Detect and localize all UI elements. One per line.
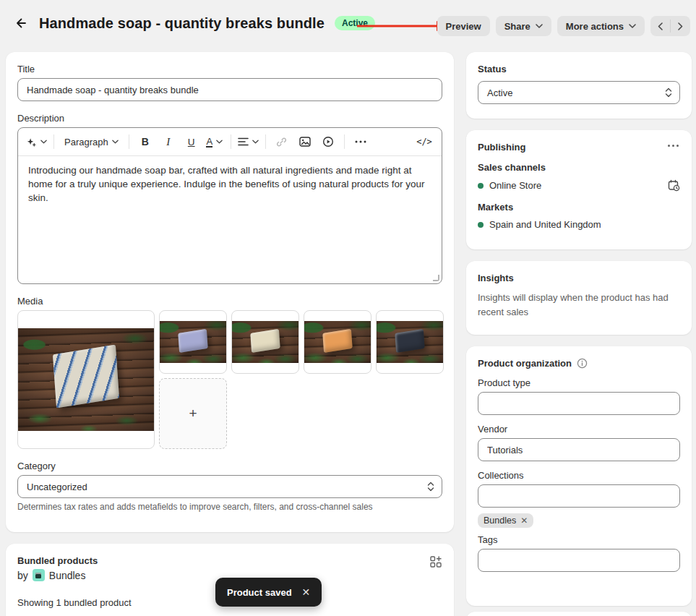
insert-video-button[interactable] — [317, 132, 340, 152]
status-value: Active — [487, 87, 665, 98]
soap-bar — [53, 345, 119, 408]
product-detail-page: Handmade soap - quantity breaks bundle A… — [0, 0, 696, 616]
editor-toolbar: Paragraph B I U A — [18, 128, 442, 156]
apps-grid-icon — [429, 555, 442, 568]
category-helper-text: Determines tax rates and adds metafields… — [17, 502, 442, 512]
next-product-button[interactable] — [671, 16, 690, 36]
italic-button[interactable]: I — [157, 132, 180, 152]
insert-link-button[interactable] — [270, 132, 293, 152]
product-organization-card: Product organization Product type Vendor… — [466, 346, 692, 606]
info-icon[interactable] — [577, 358, 588, 369]
media-thumbnail-5[interactable] — [376, 310, 444, 374]
chevron-down-icon — [40, 140, 47, 144]
collections-input[interactable] — [478, 484, 680, 508]
ai-magic-button[interactable] — [24, 132, 49, 152]
product-type-input[interactable] — [478, 392, 680, 415]
back-button[interactable] — [12, 14, 29, 32]
alignment-button[interactable] — [236, 132, 261, 152]
soap-photo-lavender — [160, 321, 226, 363]
italic-label: I — [166, 136, 170, 148]
remove-collection-button[interactable]: ✕ — [520, 517, 528, 524]
collection-chip-label: Bundles — [484, 516, 516, 526]
vendor-label: Vendor — [478, 424, 680, 435]
toast-notification: Product saved ✕ — [215, 578, 322, 607]
underline-button[interactable]: U — [180, 132, 203, 152]
soap-photo-charcoal — [377, 321, 443, 363]
market-name: Spain and United Kingdom — [489, 219, 601, 230]
annotation-arrow — [357, 20, 448, 32]
play-circle-icon — [322, 136, 334, 147]
collections-label: Collections — [478, 470, 680, 481]
vendor-input[interactable] — [478, 438, 680, 461]
product-details-card: Title Description Paragraph B — [6, 52, 454, 532]
link-icon — [276, 137, 287, 147]
previous-product-button[interactable] — [650, 16, 670, 36]
markets-label: Markets — [478, 202, 680, 213]
category-select[interactable]: Uncategorized — [17, 475, 442, 498]
select-chevrons-icon — [665, 87, 672, 98]
sales-channel-name: Online Store — [489, 180, 541, 191]
status-card: Status Active — [466, 52, 692, 119]
text-color-letter: A — [206, 137, 212, 147]
media-thumbnail-2[interactable] — [159, 310, 227, 374]
text-color-button[interactable]: A — [203, 132, 226, 152]
insights-body: Insights will display when the product h… — [478, 291, 682, 320]
chevron-right-icon — [678, 22, 683, 30]
plus-icon: + — [189, 406, 197, 422]
editor-resize-handle[interactable] — [18, 276, 442, 283]
product-pagination — [650, 16, 690, 36]
soap-photo-white-blue — [18, 328, 154, 431]
bundled-products-title: Bundled products — [17, 555, 442, 566]
soap-bar — [395, 329, 424, 353]
sales-channel-row: Online Store — [478, 179, 680, 192]
bundles-app-name: Bundles — [49, 570, 86, 581]
media-thumbnail-3[interactable] — [231, 310, 299, 374]
active-dot-icon — [478, 183, 484, 189]
share-button[interactable]: Share — [496, 16, 551, 36]
collection-chip: Bundles ✕ — [478, 513, 533, 528]
more-actions-button[interactable]: More actions — [557, 16, 645, 36]
status-select[interactable]: Active — [478, 81, 680, 104]
category-label: Category — [17, 461, 442, 471]
align-left-icon — [238, 137, 249, 146]
chevron-down-icon — [536, 24, 543, 28]
page-header: Handmade soap - quantity breaks bundle A… — [0, 0, 696, 46]
chevron-down-icon — [112, 140, 119, 144]
insights-card: Insights Insights will display when the … — [466, 261, 692, 335]
chevron-down-icon — [629, 24, 636, 28]
more-formatting-button[interactable] — [349, 132, 372, 152]
tags-input[interactable] — [478, 549, 680, 572]
soap-photo-cream — [232, 321, 298, 363]
soap-bar — [322, 329, 352, 353]
add-media-button[interactable]: + — [159, 378, 227, 449]
toast-close-button[interactable]: ✕ — [302, 586, 311, 598]
bold-label: B — [142, 136, 149, 147]
by-prefix: by — [17, 570, 28, 581]
description-textarea[interactable]: Introducing our handmade soap bar, craft… — [18, 156, 442, 276]
category-value: Uncategorized — [27, 482, 427, 492]
paragraph-style-dropdown[interactable]: Paragraph — [59, 132, 124, 152]
publishing-menu-button[interactable] — [665, 142, 682, 150]
description-label: Description — [17, 113, 442, 124]
page-title: Handmade soap - quantity breaks bundle — [39, 15, 325, 32]
product-type-label: Product type — [478, 377, 680, 388]
preview-button[interactable]: Preview — [437, 16, 490, 36]
bold-button[interactable]: B — [134, 132, 157, 152]
sales-channels-label: Sales channels — [478, 162, 680, 173]
media-grid: + — [17, 310, 442, 449]
chevron-down-icon — [252, 140, 259, 144]
insights-title: Insights — [478, 273, 680, 283]
insert-image-button[interactable] — [293, 132, 317, 152]
chevron-left-icon — [658, 22, 663, 30]
underline-label: U — [188, 137, 195, 147]
bundles-app-button[interactable] — [426, 552, 445, 571]
chevron-down-icon — [216, 140, 223, 144]
sparkle-icon — [26, 137, 37, 147]
media-thumbnail-primary[interactable] — [17, 310, 155, 449]
title-input[interactable] — [17, 78, 442, 101]
bundles-app-icon — [33, 569, 45, 581]
media-thumbnail-4[interactable] — [304, 310, 371, 374]
show-html-button[interactable]: </> — [413, 132, 436, 152]
schedule-publish-button[interactable] — [668, 179, 680, 192]
ellipsis-icon — [355, 140, 366, 143]
